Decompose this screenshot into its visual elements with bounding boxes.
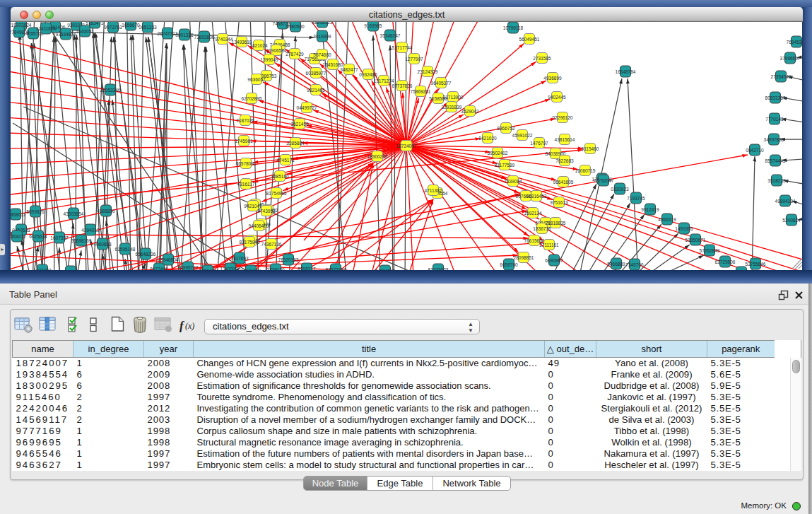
svg-text:9169985: 9169985 xyxy=(364,23,382,28)
svg-text:9402445: 9402445 xyxy=(548,95,566,100)
svg-text:0651333: 0651333 xyxy=(139,25,157,30)
svg-text:87277434: 87277434 xyxy=(326,267,346,271)
svg-text:7346706: 7346706 xyxy=(625,262,644,267)
svg-text:55698169: 55698169 xyxy=(71,238,92,243)
svg-text:9521456: 9521456 xyxy=(290,122,309,127)
svg-text:77752047: 77752047 xyxy=(594,178,614,183)
svg-text:75869261: 75869261 xyxy=(411,89,431,94)
svg-text:8708317: 8708317 xyxy=(298,267,316,271)
svg-text:49894134: 49894134 xyxy=(775,199,796,204)
svg-text:81223623: 81223623 xyxy=(428,267,449,271)
svg-text:57262849: 57262849 xyxy=(700,248,720,253)
svg-text:62729806: 62729806 xyxy=(715,259,736,264)
svg-text:56049451: 56049451 xyxy=(519,37,540,42)
svg-text:28098851: 28098851 xyxy=(514,255,534,260)
svg-text:2731585: 2731585 xyxy=(533,56,551,61)
svg-text:1592124: 1592124 xyxy=(524,211,542,216)
svg-text:27354549: 27354549 xyxy=(771,74,792,79)
svg-text:2787429: 2787429 xyxy=(286,52,304,57)
svg-text:3482477: 3482477 xyxy=(340,67,358,72)
svg-text:9912419: 9912419 xyxy=(641,207,659,212)
svg-text:43815614: 43815614 xyxy=(555,137,575,142)
svg-text:9821465: 9821465 xyxy=(307,88,325,93)
svg-text:5674680: 5674680 xyxy=(313,52,331,57)
svg-text:7193745: 7193745 xyxy=(627,196,645,201)
svg-text:7770143: 7770143 xyxy=(765,117,784,122)
svg-text:8366752: 8366752 xyxy=(497,126,515,131)
svg-text:23124329: 23124329 xyxy=(418,69,438,74)
svg-text:3529042: 3529042 xyxy=(461,109,479,114)
svg-text:2421024: 2421024 xyxy=(249,43,268,48)
svg-text:1627204: 1627204 xyxy=(732,270,751,271)
svg-text:7187026: 7187026 xyxy=(236,118,254,123)
svg-text:45991022: 45991022 xyxy=(512,133,533,138)
svg-text:9115460: 9115460 xyxy=(582,146,599,151)
svg-text:61595148: 61595148 xyxy=(115,247,136,252)
svg-text:6690967: 6690967 xyxy=(545,258,563,263)
svg-text:3285884: 3285884 xyxy=(286,141,305,146)
svg-text:94406409: 94406409 xyxy=(249,223,269,228)
svg-text:1491905: 1491905 xyxy=(675,226,693,231)
svg-text:27111161: 27111161 xyxy=(539,243,559,247)
svg-text:6658760: 6658760 xyxy=(500,262,518,267)
svg-text:96816453: 96816453 xyxy=(526,194,547,199)
svg-text:4586850: 4586850 xyxy=(97,209,115,214)
svg-text:(x): (x) xyxy=(185,321,194,331)
svg-text:3619399: 3619399 xyxy=(313,34,331,39)
svg-text:1671902: 1671902 xyxy=(33,268,52,271)
svg-text:34957885: 34957885 xyxy=(764,137,784,142)
svg-text:9636057: 9636057 xyxy=(247,77,266,82)
svg-text:2328120: 2328120 xyxy=(266,267,285,271)
svg-text:4966319: 4966319 xyxy=(658,217,676,222)
svg-text:80831367: 80831367 xyxy=(765,95,786,100)
svg-text:35346247: 35346247 xyxy=(380,33,401,38)
svg-text:16060715: 16060715 xyxy=(575,168,596,173)
svg-text:82175946: 82175946 xyxy=(240,240,260,245)
svg-text:13171274: 13171274 xyxy=(374,78,394,83)
svg-text:32931839: 32931839 xyxy=(442,105,462,110)
svg-text:43303654: 43303654 xyxy=(64,211,84,216)
svg-text:18724007: 18724007 xyxy=(396,144,417,148)
svg-text:0801326: 0801326 xyxy=(175,33,194,37)
svg-text:0842710: 0842710 xyxy=(746,148,764,153)
svg-text:4316117: 4316117 xyxy=(237,182,255,187)
svg-text:88208121: 88208121 xyxy=(312,22,333,25)
svg-text:9751613: 9751613 xyxy=(550,200,568,205)
svg-text:1836736: 1836736 xyxy=(533,226,551,231)
svg-text:86578091: 86578091 xyxy=(236,161,257,166)
svg-text:7839084: 7839084 xyxy=(504,179,522,184)
svg-text:1745961: 1745961 xyxy=(235,139,253,144)
svg-text:16648784: 16648784 xyxy=(616,69,636,74)
svg-text:9743953: 9743953 xyxy=(257,209,276,214)
svg-text:0980500: 0980500 xyxy=(286,24,305,29)
svg-text:67737826: 67737826 xyxy=(392,83,413,88)
svg-text:0932480: 0932480 xyxy=(359,72,377,77)
svg-text:96405377: 96405377 xyxy=(431,81,452,86)
svg-text:65648236: 65648236 xyxy=(136,252,156,257)
svg-text:3518233: 3518233 xyxy=(767,178,786,183)
svg-text:76945314: 76945314 xyxy=(787,40,802,45)
svg-text:81177589: 81177589 xyxy=(495,163,515,168)
svg-text:51850671: 51850671 xyxy=(686,238,706,243)
svg-text:1277997: 1277997 xyxy=(405,57,423,62)
svg-text:8421020: 8421020 xyxy=(478,136,497,141)
svg-text:36995777: 36995777 xyxy=(178,265,199,270)
svg-text:9973763: 9973763 xyxy=(104,25,122,30)
svg-text:8059826: 8059826 xyxy=(26,209,45,214)
svg-text:7917693: 7917693 xyxy=(230,256,249,261)
svg-text:71906594: 71906594 xyxy=(266,48,287,53)
svg-text:5466889: 5466889 xyxy=(607,262,625,267)
svg-text:5240824: 5240824 xyxy=(782,218,801,223)
svg-text:29053346: 29053346 xyxy=(100,88,121,93)
svg-text:73602606: 73602606 xyxy=(194,35,215,40)
svg-text:62702895: 62702895 xyxy=(242,96,262,101)
svg-text:18300295: 18300295 xyxy=(367,154,388,159)
svg-text:99091334: 99091334 xyxy=(241,269,261,271)
svg-text:4936899: 4936899 xyxy=(543,76,562,81)
svg-text:74367136: 74367136 xyxy=(261,242,282,247)
svg-text:02296120: 02296120 xyxy=(553,115,573,120)
svg-text:96641605: 96641605 xyxy=(553,180,574,185)
svg-text:1656670: 1656670 xyxy=(122,23,140,28)
svg-text:13433200: 13433200 xyxy=(220,267,241,271)
svg-text:37996507: 37996507 xyxy=(780,56,801,61)
